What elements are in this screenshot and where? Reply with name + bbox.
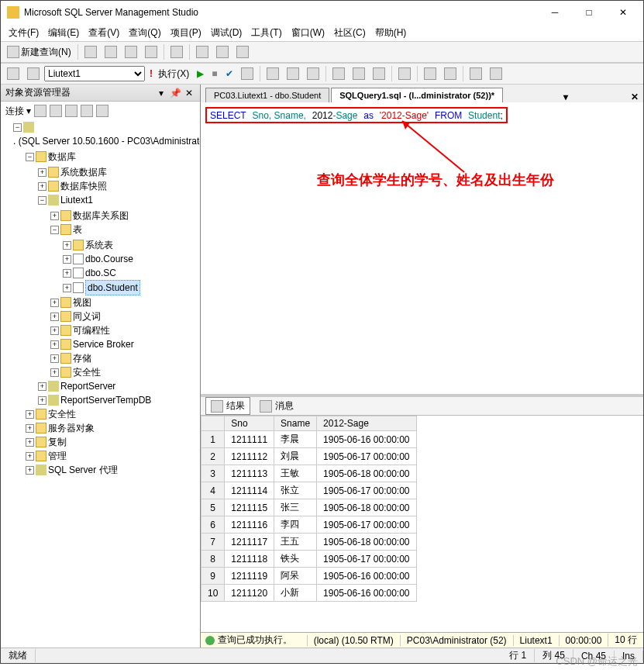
messages-tab[interactable]: 消息 (255, 398, 298, 414)
tree-reportserver[interactable]: +ReportServer (38, 379, 200, 393)
collapse-icon[interactable]: − (26, 153, 34, 161)
outdent-button[interactable] (441, 66, 460, 81)
expand-icon[interactable]: + (26, 424, 34, 433)
tree-table-sc[interactable]: +dbo.SC (63, 266, 200, 280)
menu-file[interactable]: 文件(F) (4, 25, 43, 41)
tree-sysdb[interactable]: +系统数据库 (38, 165, 200, 179)
expand-icon[interactable]: + (50, 368, 59, 377)
expand-icon[interactable]: + (50, 340, 59, 349)
expand-icon[interactable]: + (50, 212, 59, 220)
minimize-button[interactable]: ─ (538, 2, 572, 23)
tree-management[interactable]: +管理 (26, 449, 200, 463)
cell-sage[interactable]: 1905-06-17 00:00:00 (317, 551, 416, 568)
refresh-icon[interactable] (96, 105, 108, 117)
stop-icon[interactable] (65, 105, 77, 117)
expand-icon[interactable]: + (50, 354, 59, 363)
tree-serverobjects[interactable]: +服务器对象 (26, 421, 200, 435)
menu-help[interactable]: 帮助(H) (370, 25, 412, 41)
tool-button[interactable] (24, 66, 43, 81)
new-query-button[interactable]: 新建查询(N) (4, 44, 74, 60)
tree-servicebroker[interactable]: +Service Broker (50, 337, 200, 351)
tool-button[interactable] (370, 66, 388, 81)
cell-sno[interactable]: 1211118 (225, 551, 274, 568)
tool-button[interactable] (263, 66, 282, 81)
cell-sname[interactable]: 铁头 (274, 551, 317, 568)
menu-tools[interactable]: 工具(T) (246, 25, 286, 41)
debug-button[interactable]: ▶ (194, 67, 207, 81)
tree-databases[interactable]: −数据库 +系统数据库 +数据库快照 −Liutext1 +数据库关系图 −表 (26, 150, 200, 407)
tool-button[interactable] (284, 66, 302, 81)
parse-button[interactable]: ✔ (222, 67, 236, 81)
filter-icon[interactable] (81, 105, 93, 117)
cell-sname[interactable]: 阿呆 (274, 568, 317, 585)
menu-project[interactable]: 项目(P) (166, 25, 206, 41)
tree-sqlagent[interactable]: +SQL Server 代理 (26, 463, 200, 477)
tree-views[interactable]: +视图 (50, 295, 200, 309)
uncomment-button[interactable] (487, 66, 505, 81)
tab-table-student[interactable]: PC03.Liutext1 - dbo.Student (205, 88, 329, 102)
cell-sno[interactable]: 1211113 (225, 465, 274, 482)
expand-icon[interactable]: + (38, 396, 46, 405)
tree-security[interactable]: +安全性 (26, 407, 200, 421)
table-row[interactable]: 61211116李四1905-06-17 00:00:00 (201, 516, 417, 534)
indent-button[interactable] (421, 66, 439, 81)
table-row[interactable]: 11211111李晨1905-06-16 00:00:00 (201, 431, 417, 448)
tree-systables[interactable]: +系统表 (63, 238, 200, 252)
tree-synonyms[interactable]: +同义词 (50, 309, 200, 323)
sql-editor[interactable]: SELECT Sno, Sname, 2012-Sage as '2012-Sa… (201, 102, 643, 397)
expand-icon[interactable]: + (26, 452, 34, 461)
cell-sname[interactable]: 小新 (274, 585, 317, 602)
tool-button[interactable] (350, 66, 368, 81)
col-sno[interactable]: Sno (225, 416, 274, 431)
tree-server[interactable]: −. (SQL Server 10.50.1600 - PC03\Adminis… (13, 122, 200, 477)
expand-icon[interactable]: + (63, 241, 71, 250)
cell-sno[interactable]: 1211114 (225, 482, 274, 499)
pin-button[interactable]: 📌 (169, 87, 181, 99)
expand-icon[interactable]: + (38, 168, 46, 177)
table-row[interactable]: 31211113王敏1905-06-18 00:00:00 (201, 465, 417, 482)
connect-icon[interactable] (34, 105, 46, 117)
tool-button[interactable] (329, 66, 348, 81)
tab-sqlquery[interactable]: SQLQuery1.sql - (l...dministrator (52))* (331, 88, 503, 102)
cell-sname[interactable]: 李四 (274, 516, 317, 534)
col-sname[interactable]: Sname (274, 416, 317, 431)
cell-sname[interactable]: 王敏 (274, 465, 317, 482)
tool-button[interactable] (81, 44, 100, 60)
open-button[interactable] (167, 44, 186, 60)
expand-icon[interactable]: + (50, 326, 59, 335)
cell-sno[interactable]: 1211116 (225, 516, 274, 534)
cell-sno[interactable]: 1211117 (225, 534, 274, 551)
tree-snapshots[interactable]: +数据库快照 (38, 179, 200, 193)
cell-sno[interactable]: 1211120 (225, 585, 274, 602)
dropdown-button[interactable]: ▾ (155, 87, 167, 99)
cell-sname[interactable]: 刘晨 (274, 448, 317, 465)
tree-diagrams[interactable]: +数据库关系图 (50, 209, 200, 223)
cell-sno[interactable]: 1211115 (225, 499, 274, 516)
cell-sage[interactable]: 1905-06-16 00:00:00 (317, 431, 416, 448)
tool-button[interactable] (238, 66, 257, 81)
tool-button[interactable] (395, 66, 414, 81)
expand-icon[interactable]: + (50, 299, 59, 307)
expand-icon[interactable]: + (38, 382, 46, 391)
cell-sage[interactable]: 1905-06-18 00:00:00 (317, 499, 416, 516)
expand-icon[interactable]: + (63, 255, 71, 264)
comment-button[interactable] (467, 66, 485, 81)
stop-button[interactable]: ■ (208, 67, 220, 81)
collapse-icon[interactable]: − (13, 123, 22, 132)
connect-button[interactable]: 连接 ▾ (5, 105, 31, 118)
tool-button[interactable] (4, 66, 22, 81)
tab-close-button[interactable]: ✕ (631, 92, 639, 102)
menu-debug[interactable]: 调试(D) (206, 25, 247, 41)
col-sage[interactable]: 2012-Sage (317, 416, 416, 431)
expand-icon[interactable]: + (26, 438, 34, 447)
expand-icon[interactable]: + (63, 284, 71, 292)
expand-icon[interactable]: + (63, 269, 71, 278)
tree-table-student[interactable]: +dbo.Student (63, 280, 200, 295)
table-row[interactable]: 101211120小新1905-06-16 00:00:00 (201, 585, 417, 602)
menu-edit[interactable]: 编辑(E) (43, 25, 84, 41)
close-panel-button[interactable]: ✕ (183, 87, 195, 99)
cell-sno[interactable]: 1211119 (225, 568, 274, 585)
results-grid[interactable]: Sno Sname 2012-Sage 11211111李晨1905-06-16… (201, 416, 643, 632)
tree-table-course[interactable]: +dbo.Course (63, 252, 200, 266)
table-row[interactable]: 21211112刘晨1905-06-17 00:00:00 (201, 448, 417, 465)
